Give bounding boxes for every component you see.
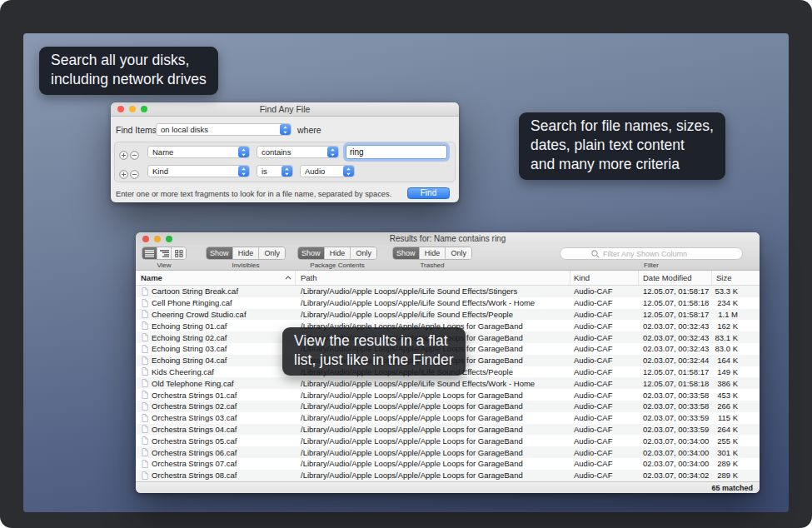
file-kind: Audio-CAF xyxy=(570,425,639,434)
remove-criterion-button[interactable] xyxy=(130,148,139,157)
file-path: /Library/Audio/Apple Loops/Apple/Apple L… xyxy=(296,401,570,411)
callout-line: and many more criteria xyxy=(531,155,714,174)
hint-text: Enter one or more text fragments to look… xyxy=(116,190,391,198)
file-name: Cheering Crowd Studio.caf xyxy=(152,310,247,319)
window-controls xyxy=(117,106,147,112)
callout-line: list, just like in the Finder xyxy=(294,351,454,370)
file-kind: Audio-CAF xyxy=(570,356,639,365)
callout-line: Search for file names, sizes, xyxy=(531,117,714,136)
file-name: Orchestra Strings 03.caf xyxy=(152,413,237,422)
scope-popup[interactable]: on local disks xyxy=(156,123,291,136)
invisibles-hide-button[interactable]: Hide xyxy=(233,247,260,259)
filter-input[interactable] xyxy=(603,250,711,258)
table-row[interactable]: Orchestra Strings 04.caf /Library/Audio/… xyxy=(136,424,760,436)
file-kind: Audio-CAF xyxy=(570,333,639,342)
document-icon xyxy=(142,321,148,330)
criterion-field-popup[interactable]: Kind xyxy=(147,165,250,177)
table-row[interactable]: Orchestra Strings 05.caf /Library/Audio/… xyxy=(136,435,760,446)
criterion-operator-popup[interactable]: contains xyxy=(257,146,339,158)
table-row[interactable]: Orchestra Strings 02.caf /Library/Audio/… xyxy=(136,401,760,412)
file-size: 162 K xyxy=(712,321,760,331)
column-header-name[interactable]: Name xyxy=(136,271,296,285)
zoom-button[interactable] xyxy=(166,236,172,242)
close-button[interactable] xyxy=(117,106,124,112)
file-name: Orchestra Strings 04.caf xyxy=(152,425,237,434)
where-label: where xyxy=(297,123,321,137)
flat-list-icon xyxy=(145,250,154,257)
criterion-field-popup[interactable]: Name xyxy=(147,146,250,158)
file-size: 255 K xyxy=(712,436,760,446)
trashed-hide-button[interactable]: Hide xyxy=(420,247,446,259)
file-size: 1.1 M xyxy=(712,310,760,319)
minimize-button[interactable] xyxy=(154,236,161,242)
document-icon xyxy=(142,425,148,433)
find-button[interactable]: Find xyxy=(407,187,450,199)
file-name: Orchestra Strings 06.caf xyxy=(152,448,237,457)
criteria-box: Name contains xyxy=(114,142,456,182)
file-size: 301 K xyxy=(712,448,760,457)
table-row[interactable]: Orchestra Strings 01.caf /Library/Audio/… xyxy=(136,389,760,401)
trashed-control: Show Hide Only xyxy=(392,247,472,260)
column-header-path[interactable]: Path xyxy=(296,271,570,285)
file-size: 83.0 K xyxy=(712,344,760,353)
remove-criterion-button[interactable] xyxy=(130,167,139,177)
results-window-titlebar[interactable]: Results for: Name contains ring xyxy=(136,232,760,245)
add-criterion-button[interactable] xyxy=(119,167,128,177)
window-controls xyxy=(142,236,172,242)
package-show-button[interactable]: Show xyxy=(298,247,325,259)
table-row[interactable]: Cartoon String Break.caf /Library/Audio/… xyxy=(136,286,760,297)
file-name: Echoing String 02.caf xyxy=(152,333,227,342)
table-header: Name Path Kind Date Modified Size xyxy=(136,271,760,286)
file-kind: Audio-CAF xyxy=(570,413,639,422)
invisibles-control: Show Hide Only xyxy=(206,247,286,260)
file-path: /Library/Audio/Apple Loops/Apple/iLife S… xyxy=(296,286,570,296)
document-icon xyxy=(142,379,148,387)
file-date-modified: 02.03.07, 00:33:59 xyxy=(639,425,712,434)
file-size: 234 K xyxy=(712,298,760,307)
table-row[interactable]: Orchestra Strings 07.caf /Library/Audio/… xyxy=(136,458,760,470)
minimize-button[interactable] xyxy=(129,106,136,112)
document-icon xyxy=(142,391,148,399)
column-header-kind[interactable]: Kind xyxy=(570,271,639,285)
criterion-value-popup[interactable]: Audio xyxy=(300,165,355,177)
package-only-button[interactable]: Only xyxy=(351,247,376,259)
table-row[interactable]: Orchestra Strings 06.caf /Library/Audio/… xyxy=(136,446,760,458)
zoom-button[interactable] xyxy=(141,106,147,112)
table-row[interactable]: Orchestra Strings 08.caf /Library/Audio/… xyxy=(136,470,760,481)
trashed-show-button[interactable]: Show xyxy=(393,247,420,259)
invisibles-only-button[interactable]: Only xyxy=(259,247,285,259)
view-flat-list-button[interactable] xyxy=(142,247,157,259)
invisibles-show-button[interactable]: Show xyxy=(207,247,233,259)
criterion-kind-value: Audio xyxy=(305,166,343,177)
find-window-titlebar[interactable]: Find Any File xyxy=(111,102,459,117)
column-header-date-modified[interactable]: Date Modified xyxy=(639,271,712,285)
file-size: 149 K xyxy=(712,367,760,376)
file-size: 264 K xyxy=(712,425,760,434)
grid-icon xyxy=(175,250,183,257)
file-kind: Audio-CAF xyxy=(570,286,639,296)
file-date-modified: 12.05.07, 01:58:17 xyxy=(639,367,712,376)
close-button[interactable] xyxy=(142,236,149,242)
criterion-row-name: Name contains xyxy=(115,146,455,159)
table-row[interactable]: Cheering Crowd Studio.caf /Library/Audio… xyxy=(136,309,760,321)
document-icon xyxy=(142,356,148,365)
column-header-size[interactable]: Size xyxy=(712,271,760,285)
table-row[interactable]: Cell Phone Ringing.caf /Library/Audio/Ap… xyxy=(136,297,760,309)
column-label: Date Modified xyxy=(643,273,692,282)
file-date-modified: 02.03.07, 00:34:02 xyxy=(639,471,712,480)
package-hide-button[interactable]: Hide xyxy=(325,247,351,259)
criterion-operator-popup[interactable]: is xyxy=(257,165,293,177)
popup-stepper-icon xyxy=(343,166,354,177)
file-date-modified: 02.03.07, 00:33:58 xyxy=(639,391,712,400)
trashed-only-button[interactable]: Only xyxy=(446,247,471,259)
table-row[interactable]: Orchestra Strings 03.caf /Library/Audio/… xyxy=(136,412,760,424)
view-hierarchy-button[interactable] xyxy=(157,247,172,259)
document-icon xyxy=(142,367,148,376)
popup-stepper-icon xyxy=(327,147,338,157)
file-date-modified: 12.05.07, 01:58:17 xyxy=(639,286,712,296)
criterion-value-input[interactable] xyxy=(346,145,447,159)
table-row[interactable]: Old Telephone Ring.caf /Library/Audio/Ap… xyxy=(136,377,760,389)
filter-field[interactable] xyxy=(560,247,743,260)
add-criterion-button[interactable] xyxy=(119,148,128,157)
view-grid-button[interactable] xyxy=(172,247,186,259)
